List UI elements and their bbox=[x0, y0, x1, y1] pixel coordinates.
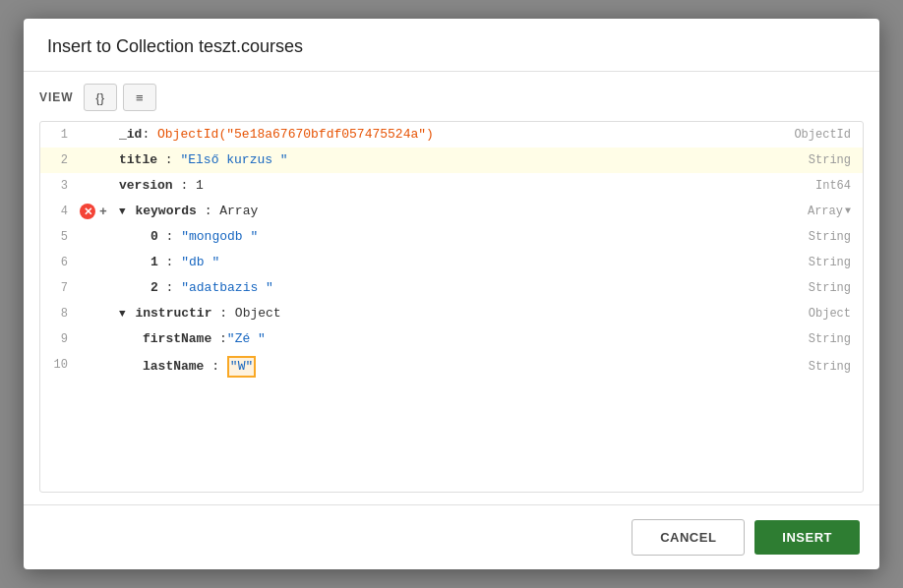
line-number: 2 bbox=[40, 147, 76, 173]
modal-header: Insert to Collection teszt.courses bbox=[24, 19, 879, 72]
field-type: Array ▼ bbox=[804, 199, 863, 224]
cursor-box: "W" bbox=[227, 356, 256, 378]
field-value: ObjectId("5e18a67670bfdf057475524a") bbox=[157, 127, 434, 142]
json-icon: {} bbox=[95, 90, 104, 105]
field-value: Array bbox=[219, 204, 258, 218]
field-value: "db " bbox=[181, 255, 219, 269]
table-row: 1 _id: ObjectId("5e18a67670bfdf057475524… bbox=[40, 122, 863, 147]
remove-row-button[interactable]: ✕ bbox=[80, 204, 95, 219]
field-type: Int64 bbox=[812, 173, 863, 199]
line-number: 1 bbox=[40, 122, 76, 147]
row-actions: ✕ + bbox=[76, 199, 115, 224]
line-number: 8 bbox=[40, 301, 76, 326]
field-type: Object bbox=[805, 301, 863, 326]
modal-dialog: Insert to Collection teszt.courses VIEW … bbox=[24, 19, 879, 569]
field-key: lastName bbox=[143, 359, 204, 374]
table-row: 4 ✕ + ▼ keywords : Array Array ▼ bbox=[40, 199, 863, 224]
field-type: String bbox=[805, 224, 863, 250]
collapse-icon[interactable]: ▼ bbox=[119, 308, 126, 320]
code-content: firstName :"Zé " bbox=[115, 326, 805, 352]
table-row: 6 1 : "db " String bbox=[40, 250, 863, 275]
code-content: 1 : "db " bbox=[115, 250, 805, 275]
field-key: instructir bbox=[135, 306, 211, 321]
code-content: lastName : "W" bbox=[115, 352, 805, 382]
type-dropdown-icon[interactable]: ▼ bbox=[845, 203, 851, 220]
field-value: Object bbox=[235, 306, 281, 321]
field-key: 1 bbox=[150, 255, 158, 269]
field-key: title bbox=[119, 152, 157, 167]
view-label: VIEW bbox=[39, 90, 74, 104]
add-row-button[interactable]: + bbox=[97, 205, 109, 219]
modal-footer: CANCEL INSERT bbox=[24, 504, 879, 569]
field-type: String bbox=[805, 326, 863, 352]
table-row: 9 firstName :"Zé " String bbox=[40, 326, 863, 352]
collapse-icon[interactable]: ▼ bbox=[119, 206, 126, 217]
editor-area[interactable]: 1 _id: ObjectId("5e18a67670bfdf057475524… bbox=[39, 121, 864, 493]
view-toolbar: VIEW {} ≡ bbox=[39, 84, 864, 111]
line-number: 3 bbox=[40, 173, 76, 199]
field-key: firstName bbox=[143, 331, 211, 346]
modal-title: Insert to Collection teszt.courses bbox=[47, 36, 303, 56]
field-value: "Zé " bbox=[227, 331, 266, 346]
table-row: 3 version : 1 Int64 bbox=[40, 173, 863, 199]
line-number: 5 bbox=[40, 224, 76, 250]
list-view-button[interactable]: ≡ bbox=[123, 84, 156, 111]
code-content: title : "Első kurzus " bbox=[115, 147, 805, 173]
field-type: String bbox=[805, 275, 863, 301]
cancel-button[interactable]: CANCEL bbox=[632, 519, 745, 556]
json-view-button[interactable]: {} bbox=[84, 84, 117, 111]
line-number: 7 bbox=[40, 275, 76, 301]
insert-button[interactable]: INSERT bbox=[754, 520, 860, 555]
field-key: version bbox=[119, 178, 173, 193]
code-content: ▼ instructir : Object bbox=[115, 301, 805, 326]
code-content: version : 1 bbox=[115, 173, 812, 199]
field-key: 0 bbox=[150, 229, 158, 244]
line-number: 6 bbox=[40, 250, 76, 275]
modal-body: VIEW {} ≡ 1 _id: ObjectId("5e18a67670bfd… bbox=[24, 72, 879, 493]
field-value: 1 bbox=[196, 178, 204, 193]
table-row: 5 0 : "mongodb " String bbox=[40, 224, 863, 250]
code-content: ▼ keywords : Array bbox=[115, 199, 804, 224]
field-value: "adatbazis " bbox=[181, 280, 273, 295]
line-number: 4 bbox=[40, 199, 76, 224]
line-number: 9 bbox=[40, 326, 76, 352]
table-row: 7 2 : "adatbazis " String bbox=[40, 275, 863, 301]
code-content: 0 : "mongodb " bbox=[115, 224, 805, 250]
field-type: String bbox=[805, 352, 863, 382]
field-type: String bbox=[805, 250, 863, 275]
list-icon: ≡ bbox=[136, 90, 144, 105]
field-value: "W" bbox=[219, 359, 256, 374]
field-key: _id bbox=[119, 127, 142, 142]
code-content: _id: ObjectId("5e18a67670bfdf057475524a"… bbox=[115, 122, 790, 147]
field-key: 2 bbox=[150, 280, 158, 295]
field-value: "Első kurzus " bbox=[180, 152, 287, 167]
field-type: ObjectId bbox=[790, 122, 863, 147]
table-row: 10 lastName : "W" String bbox=[40, 352, 863, 382]
code-content: 2 : "adatbazis " bbox=[115, 275, 805, 301]
line-number: 10 bbox=[40, 352, 76, 382]
table-row: 2 title : "Első kurzus " String bbox=[40, 147, 863, 173]
table-row: 8 ▼ instructir : Object Object bbox=[40, 301, 863, 326]
field-value: "mongodb " bbox=[181, 229, 258, 244]
field-key: keywords bbox=[135, 204, 196, 218]
field-type: String bbox=[805, 147, 863, 173]
